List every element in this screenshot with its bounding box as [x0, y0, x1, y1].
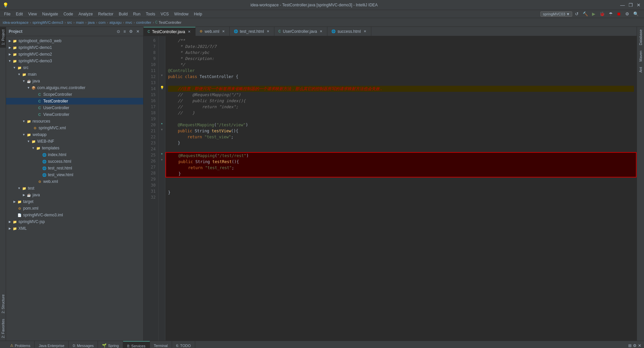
minimize-button[interactable]: —	[620, 2, 625, 8]
breadcrumb-controller[interactable]: controller	[136, 20, 151, 24]
favorites-panel-toggle[interactable]: 2: Favorites	[0, 316, 6, 341]
tab-close-btn[interactable]: ✕	[266, 29, 270, 33]
maven-panel-toggle[interactable]: Maven	[638, 48, 643, 64]
gutter-lightbulb[interactable]: 💡	[159, 84, 165, 90]
stop-btn[interactable]: ⏹	[615, 11, 623, 17]
menu-build[interactable]: Build	[116, 11, 130, 17]
menu-tools[interactable]: Tools	[143, 11, 158, 17]
tree-item-scopecontroller[interactable]: C ScopeController	[6, 91, 143, 98]
bottom-close-btn[interactable]: ✕	[638, 343, 641, 348]
menu-analyze[interactable]: Analyze	[76, 11, 96, 17]
breadcrumb-java[interactable]: java	[88, 20, 95, 24]
tree-item-test[interactable]: ▼ 📁 test	[6, 185, 143, 192]
tree-item-springmvcxml[interactable]: ⚙ springMVC.xml	[6, 125, 143, 131]
tree-item-java[interactable]: ▼ ☕ java	[6, 78, 143, 84]
menu-vcs[interactable]: VCS	[158, 11, 172, 17]
tree-item-iml[interactable]: 📄 springMVC-demo3.iml	[6, 212, 143, 218]
ant-panel-toggle[interactable]: Ant	[638, 64, 643, 75]
coverage-btn[interactable]: ☂	[607, 11, 614, 17]
tab-close-btn[interactable]: ✕	[363, 29, 367, 33]
tree-item-demo2[interactable]: ▶ 📁 springMVC-demo2	[6, 51, 143, 58]
spring-tab[interactable]: 🌱 Spring	[98, 341, 123, 348]
menu-file[interactable]: File	[1, 11, 13, 17]
search-btn[interactable]: 🔍	[632, 11, 640, 17]
menu-edit[interactable]: Edit	[13, 11, 25, 17]
close-button[interactable]: ✕	[636, 2, 641, 8]
tab-testcontroller[interactable]: C TestController.java ✕	[144, 27, 196, 36]
tree-item-successhtml[interactable]: 🌐 success.html	[6, 158, 143, 165]
tab-close-btn[interactable]: ✕	[221, 29, 225, 33]
tree-item-testjava[interactable]: ▶ ☕ java	[6, 192, 143, 198]
menu-code[interactable]: Code	[61, 11, 76, 17]
breadcrumb-atguigu[interactable]: atguigu	[109, 20, 121, 24]
tree-item-demo3[interactable]: ▼ 📁 springMVC-demo3	[6, 58, 143, 64]
tree-item-pomxml[interactable]: ⚙ pom.xml	[6, 205, 143, 212]
breadcrumb-testcontroller[interactable]: TestController	[159, 20, 181, 24]
breadcrumb-main[interactable]: main	[76, 20, 84, 24]
tree-item-main[interactable]: ▼ 📁 main	[6, 71, 143, 78]
build-btn[interactable]: 🔨	[581, 11, 589, 17]
tab-webxml[interactable]: ⚙ web.xml ✕	[196, 27, 230, 36]
panel-expand-btn[interactable]: ≡	[122, 29, 127, 34]
tree-item-webxml[interactable]: ⚙ web.xml	[6, 178, 143, 185]
tree-item-indexhtml[interactable]: 🌐 index.html	[6, 151, 143, 158]
menu-refactor[interactable]: Refactor	[96, 11, 116, 17]
tab-close-btn[interactable]: ✕	[319, 29, 323, 33]
breadcrumb-src[interactable]: src	[67, 20, 72, 24]
gutter-fold-btn[interactable]: ▼	[159, 72, 165, 78]
tree-item-springmvc-jsp[interactable]: ▶ 📁 springMVC-jsp	[6, 218, 143, 225]
tree-item-testviewhtml[interactable]: 🌐 test_view.html	[6, 171, 143, 178]
tree-item-webapp[interactable]: ▼ 📁 webapp	[6, 131, 143, 138]
code-content[interactable]: /** * Date:2021/7/7 * Author:ybc * Descr…	[165, 36, 637, 341]
tree-item-resources[interactable]: ▼ 📁 resources	[6, 118, 143, 125]
tree-item-demo1[interactable]: ▶ 📁 springMVC-demo1	[6, 44, 143, 51]
tab-usercontroller[interactable]: C UserController.java ✕	[274, 27, 327, 36]
tab-close-btn[interactable]: ✕	[187, 29, 191, 34]
code-editor[interactable]: 6 7 8 9 10 11 12 13 14 15 16 17 18 19 20…	[144, 36, 637, 341]
refresh-btn[interactable]: ↺	[574, 11, 580, 17]
breadcrumb-com[interactable]: com	[99, 20, 106, 24]
tree-item-springboot[interactable]: ▶ 📁 springboot_demo3_web	[6, 38, 143, 44]
todo-tab[interactable]: 6: TODO	[172, 341, 195, 348]
run-btn[interactable]: ▶	[591, 11, 597, 17]
services-tab[interactable]: 8: Services	[123, 341, 150, 348]
tree-item-src[interactable]: ▼ 📁 src	[6, 64, 143, 71]
bottom-expand-btn[interactable]: ⊞	[628, 343, 632, 348]
terminal-tab[interactable]: Terminal	[150, 341, 172, 348]
tab-successhtml[interactable]: 🌐 success.html ✕	[327, 27, 371, 36]
menu-help[interactable]: Help	[191, 11, 205, 17]
menu-window[interactable]: Window	[171, 11, 191, 17]
settings-btn[interactable]: ⚙	[624, 11, 631, 17]
breadcrumb-mvc[interactable]: mvc	[125, 20, 132, 24]
database-panel-toggle[interactable]: Database	[638, 27, 643, 48]
gutter-fold-btn[interactable]: ▼	[159, 157, 165, 163]
tree-item-webinf[interactable]: ▼ 📁 WEB-INF	[6, 138, 143, 145]
tree-item-usercontroller[interactable]: C UserController	[6, 105, 143, 111]
structure-panel-toggle[interactable]: 2: Structure	[0, 292, 6, 316]
run-config-badge[interactable]: springMVC03 ▼	[540, 11, 572, 17]
tree-item-templates[interactable]: ▼ 📁 templates	[6, 145, 143, 151]
tree-item-testcontroller[interactable]: C TestController	[6, 98, 143, 105]
tab-testresthtml[interactable]: 🌐 test_rest.html ✕	[230, 27, 274, 36]
panel-settings-btn[interactable]: ⚙	[128, 29, 134, 34]
menu-navigate[interactable]: Navigate	[40, 11, 61, 17]
java-enterprise-tab[interactable]: Java Enterprise	[35, 341, 68, 348]
tree-item-viewcontroller[interactable]: C ViewController	[6, 111, 143, 118]
breadcrumb-workspace[interactable]: idea-workspace	[3, 20, 29, 24]
messages-tab[interactable]: 0: Messages	[69, 341, 98, 348]
debug-btn[interactable]: 🐞	[598, 11, 606, 17]
panel-locate-btn[interactable]: ⊙	[116, 29, 121, 34]
tree-item-xml[interactable]: ▶ 📁 XML	[6, 225, 143, 232]
tree-item-target[interactable]: ▶ 📁 target	[6, 198, 143, 205]
panel-close-btn[interactable]: ✕	[135, 29, 141, 34]
breadcrumb-springmvc3[interactable]: springMVC-demo3	[33, 20, 63, 24]
menu-run[interactable]: Run	[130, 11, 143, 17]
bottom-settings-btn[interactable]: ⚙	[633, 343, 637, 348]
project-panel-toggle[interactable]: 1: Project	[0, 27, 6, 48]
maximize-button[interactable]: ❐	[628, 2, 633, 8]
gutter-fold-btn[interactable]: ▼	[159, 127, 165, 133]
problems-tab[interactable]: ⚠ Problems	[6, 341, 35, 348]
tree-item-package[interactable]: ▼ 📦 com.atguigu.mvc.controller	[6, 84, 143, 91]
tree-item-testresthtml[interactable]: 🌐 test_rest.html	[6, 165, 143, 171]
menu-view[interactable]: View	[25, 11, 40, 17]
